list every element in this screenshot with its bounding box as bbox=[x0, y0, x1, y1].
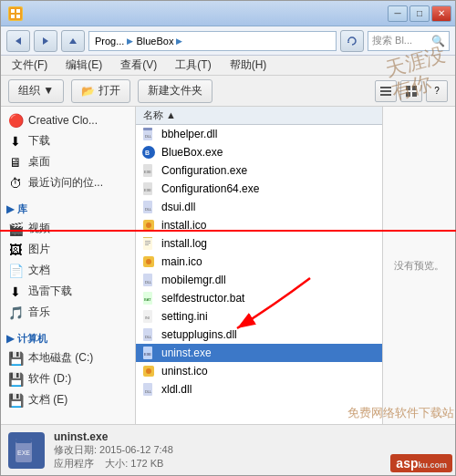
svg-text:BAT: BAT bbox=[144, 297, 151, 302]
toolbar-right: ? bbox=[375, 80, 448, 102]
file-row-uninst-ico[interactable]: uninst.ico bbox=[136, 362, 382, 380]
svg-rect-14 bbox=[406, 92, 410, 97]
address-bar: Prog... ▶ BlueBox ▶ 搜索 Bl... 🔍 bbox=[1, 26, 455, 56]
sidebar-item-video[interactable]: 🎬 视频 bbox=[1, 218, 135, 239]
status-bar: EXE uninst.exe 修改日期: 2015-06-12 7:48 应用程… bbox=[1, 424, 455, 475]
sidebar-item-edrive[interactable]: 💾 文档 (E) bbox=[1, 389, 135, 410]
menu-file[interactable]: 文件(F) bbox=[8, 56, 51, 75]
view-details-button[interactable] bbox=[400, 80, 422, 102]
help-button[interactable]: ? bbox=[426, 80, 448, 102]
view-list-button[interactable] bbox=[375, 80, 397, 102]
svg-rect-31 bbox=[145, 241, 150, 242]
path-sep2: ▶ bbox=[176, 36, 182, 46]
exe-selected-icon: EXE bbox=[140, 345, 158, 361]
menu-help[interactable]: 帮助(H) bbox=[226, 56, 271, 75]
dll-icon: DLL bbox=[140, 199, 158, 215]
file-row-config[interactable]: EXE Configuration.exe bbox=[136, 161, 382, 180]
svg-point-28 bbox=[146, 222, 151, 228]
menu-view[interactable]: 查看(V) bbox=[117, 56, 161, 75]
library-expand-icon: ▶ bbox=[6, 203, 14, 215]
file-row-mainico[interactable]: main.ico bbox=[136, 253, 382, 271]
svg-text:EXE: EXE bbox=[144, 170, 151, 174]
sidebar-label-music: 音乐 bbox=[28, 305, 50, 320]
file-row-installlog[interactable]: install.log bbox=[136, 234, 382, 253]
refresh-button[interactable] bbox=[340, 30, 364, 52]
sidebar-section-computer[interactable]: ▶ 计算机 bbox=[1, 328, 135, 347]
sidebar-item-desktop[interactable]: 🖥 桌面 bbox=[1, 151, 135, 172]
status-detail2: 应用程序 大小: 172 KB bbox=[54, 457, 448, 471]
file-name: BlueBox.exe bbox=[161, 146, 378, 159]
col-header-name[interactable]: 名称 ▲ bbox=[140, 109, 322, 122]
edrive-icon: 💾 bbox=[6, 393, 25, 408]
path-sep1: ▶ bbox=[127, 36, 133, 46]
exe-icon: B bbox=[140, 144, 158, 160]
search-box[interactable]: 搜索 Bl... 🔍 bbox=[368, 31, 450, 51]
thunder-icon: ⬇ bbox=[6, 285, 25, 299]
window-icon bbox=[8, 6, 23, 21]
file-row-uninst-exe[interactable]: EXE uninst.exe bbox=[136, 344, 382, 362]
file-row-bluebox[interactable]: B BlueBox.exe bbox=[136, 143, 382, 161]
file-row-selfdestructor[interactable]: BAT selfdestructor.bat bbox=[136, 289, 382, 307]
search-placeholder: 搜索 Bl... bbox=[372, 34, 412, 47]
maximize-button[interactable]: □ bbox=[409, 5, 430, 22]
content-area: 🔴 Creative Clo... ⬇ 下载 🖥 桌面 ⏱ 最近访问的位... … bbox=[1, 107, 455, 424]
svg-text:EXE: EXE bbox=[144, 352, 151, 357]
file-row-installico[interactable]: install.ico bbox=[136, 216, 382, 234]
file-name: mobilemgr.dll bbox=[161, 274, 378, 286]
back-button[interactable] bbox=[6, 30, 30, 52]
svg-rect-32 bbox=[145, 243, 150, 243]
ddrive-icon: 💾 bbox=[6, 372, 25, 387]
file-row-bbhelper[interactable]: DLL bbhelper.dll bbox=[136, 125, 382, 143]
new-folder-button[interactable]: 新建文件夹 bbox=[138, 79, 212, 103]
svg-text:DLL: DLL bbox=[145, 134, 152, 139]
music-icon: 🎵 bbox=[6, 305, 25, 320]
file-name: Configuration64.exe bbox=[161, 182, 378, 195]
organize-button[interactable]: 组织 ▼ bbox=[8, 79, 64, 103]
creativeclo-icon: 🔴 bbox=[6, 113, 25, 128]
sidebar-label-docs: 文档 bbox=[28, 263, 50, 278]
dll-icon3: DLL bbox=[140, 381, 158, 398]
sidebar-item-thunder[interactable]: ⬇ 迅雷下载 bbox=[1, 281, 135, 302]
status-file-icon: EXE bbox=[8, 432, 45, 469]
file-row-mobilemgr[interactable]: DLL mobilemgr.dll bbox=[136, 271, 382, 289]
sidebar-item-download[interactable]: ⬇ 下载 bbox=[1, 130, 135, 151]
svg-rect-12 bbox=[406, 86, 410, 90]
sidebar-item-music[interactable]: 🎵 音乐 bbox=[1, 302, 135, 323]
sidebar-item-recent[interactable]: ⏱ 最近访问的位... bbox=[1, 172, 135, 193]
open-button[interactable]: 📂 打开 bbox=[71, 79, 130, 103]
menu-tools[interactable]: 工具(T) bbox=[171, 56, 214, 75]
svg-point-35 bbox=[146, 259, 151, 264]
menu-edit[interactable]: 编辑(E) bbox=[62, 56, 106, 75]
file-row-dsui[interactable]: DLL dsui.dll bbox=[136, 198, 382, 216]
svg-marker-6 bbox=[43, 37, 48, 45]
sidebar-section-library[interactable]: ▶ 库 bbox=[1, 199, 135, 218]
file-name: setting.ini bbox=[161, 310, 378, 323]
file-name: main.ico bbox=[161, 255, 378, 268]
svg-rect-51 bbox=[16, 439, 32, 443]
svg-text:B: B bbox=[145, 150, 150, 156]
sidebar-label-desktop: 桌面 bbox=[28, 154, 50, 170]
download-icon: ⬇ bbox=[6, 134, 25, 149]
search-icon: 🔍 bbox=[431, 35, 445, 47]
file-row-xldl[interactable]: DLL xldl.dll bbox=[136, 380, 382, 398]
svg-rect-30 bbox=[143, 237, 152, 238]
minimize-button[interactable]: ─ bbox=[388, 5, 408, 22]
bat-icon: BAT bbox=[140, 290, 158, 306]
sidebar-item-pictures[interactable]: 🖼 图片 bbox=[1, 239, 135, 260]
desktop-icon: 🖥 bbox=[6, 155, 25, 170]
sidebar-label-ddrive: 软件 (D:) bbox=[28, 371, 71, 387]
close-button[interactable]: ✕ bbox=[431, 5, 451, 22]
sidebar-item-creativeclo[interactable]: 🔴 Creative Clo... bbox=[1, 110, 135, 130]
dll-icon: DLL bbox=[140, 326, 158, 343]
forward-button[interactable] bbox=[34, 30, 57, 52]
red-line-horizontal bbox=[0, 230, 456, 232]
svg-rect-1 bbox=[11, 9, 15, 13]
sidebar-item-cdrive[interactable]: 💾 本地磁盘 (C:) bbox=[1, 347, 135, 368]
address-path[interactable]: Prog... ▶ BlueBox ▶ bbox=[88, 31, 337, 51]
sidebar-item-ddrive[interactable]: 💾 软件 (D:) bbox=[1, 368, 135, 389]
file-row-setupplugins[interactable]: DLL setupplugins.dll bbox=[136, 326, 382, 344]
sidebar-item-docs[interactable]: 📄 文档 bbox=[1, 260, 135, 281]
up-button[interactable] bbox=[61, 30, 85, 52]
file-row-config64[interactable]: EXE Configuration64.exe bbox=[136, 180, 382, 198]
file-row-settingini[interactable]: INI setting.ini bbox=[136, 307, 382, 326]
